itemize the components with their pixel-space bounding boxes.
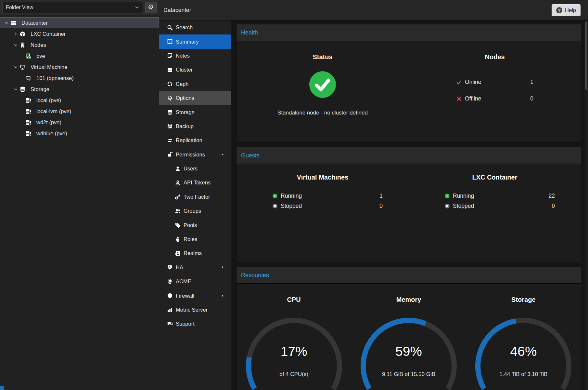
tree-item-datacenter[interactable]: Datacenter (0, 17, 159, 28)
stopped-icon (444, 203, 450, 209)
shield-icon (167, 293, 173, 299)
status-heading: Status (236, 53, 409, 61)
tree-item-nodes[interactable]: Nodes (0, 39, 159, 50)
tree-item-pve[interactable]: pve (0, 50, 159, 61)
menu-item-cluster[interactable]: Cluster (159, 63, 231, 77)
vertical-scrollbar[interactable] (584, 20, 588, 390)
menu-item-support[interactable]: Support (159, 317, 231, 331)
support-icon (167, 321, 173, 327)
tree-item-101-opnsense[interactable]: 101 (opnsense) (0, 73, 159, 84)
guest-status-row: Running1 (272, 191, 383, 201)
collapse-chevron-icon[interactable] (12, 65, 19, 69)
tree-item-label: local-lvm (pve) (36, 108, 71, 114)
menu-item-firewall[interactable]: Firewall (159, 289, 231, 303)
tag-icon (175, 222, 181, 228)
menu-item-label: Roles (184, 236, 197, 242)
health-panel-body: Status Standalone node - no cluster defi… (236, 41, 581, 142)
tree-item-label: 101 (opnsense) (36, 75, 74, 81)
nodes-heading: Nodes (409, 53, 581, 61)
help-button-label: Help (565, 7, 576, 13)
role-icon (175, 236, 181, 242)
node-status-label: Offline (465, 95, 481, 102)
tree-item-storage[interactable]: Storage (0, 84, 159, 95)
gauge-arc: 46%1.44 TiB of 3.10 TiB (475, 317, 572, 390)
help-button[interactable]: ? Help (552, 4, 581, 16)
database-icon (167, 109, 173, 115)
tree-item-wdblue-pve[interactable]: wdblue (pve) (0, 128, 159, 139)
menu-item-label: Firewall (176, 293, 194, 299)
menu-item-search[interactable]: Search (159, 20, 231, 34)
menu-item-groups[interactable]: Groups (159, 204, 231, 218)
datacenter-icon (10, 20, 19, 26)
content-header: Datacenter ? Help (159, 0, 588, 20)
check-icon (456, 79, 462, 85)
tree-item-label: wd2t (pve) (36, 119, 61, 126)
menu-item-acme[interactable]: ACME (159, 275, 231, 289)
question-icon: ? (556, 7, 562, 13)
menu-item-label: Groups (184, 208, 201, 214)
gauge-percent: 46% (475, 344, 572, 359)
menu-item-two-factor[interactable]: Two Factor (159, 190, 231, 204)
expand-chevron-icon[interactable] (12, 32, 19, 36)
resources-panel-header: Resources (236, 267, 581, 284)
menu-item-replication[interactable]: Replication (159, 133, 231, 147)
resources-panel-body: CPU17%of 4 CPU(s)Memory59%9.11 GiB of 15… (236, 284, 581, 390)
guest-status-label: Running (281, 193, 302, 199)
menu-item-summary[interactable]: Summary (159, 34, 231, 48)
tree-item-wd2t-pve[interactable]: wd2t (pve) (0, 117, 159, 128)
tree-item-label: Virtual Machine (31, 64, 67, 70)
menu-item-label: API Tokens (184, 180, 211, 186)
gauge-percent: 17% (245, 344, 343, 359)
menu-item-label: HA (176, 264, 183, 271)
menu-item-api-tokens[interactable]: API Tokens (159, 176, 231, 190)
tree-item-virtual-machine[interactable]: Virtual Machine (0, 61, 159, 73)
guest-status-value: 22 (549, 193, 555, 199)
tree-item-label: wdblue (pve) (36, 130, 67, 137)
menu-item-backup[interactable]: Backup (159, 119, 231, 133)
menu-item-metric-server[interactable]: Metric Server (159, 303, 231, 317)
scrollbar-thumb[interactable] (585, 21, 587, 90)
chevron-down-icon (134, 5, 139, 10)
menu-item-pools[interactable]: Pools (159, 218, 231, 232)
gauge-storage: Storage46%1.44 TiB of 3.10 TiB (466, 284, 581, 390)
collapse-chevron-icon[interactable] (12, 43, 19, 47)
view-mode-select[interactable]: Folder View (2, 2, 143, 13)
group-icon (175, 208, 181, 214)
running-icon (444, 193, 450, 199)
health-panel-header: Health (236, 24, 581, 41)
guest-status-list: Running22Stopped0 (444, 191, 555, 211)
menu-item-storage[interactable]: Storage (159, 105, 231, 119)
collapse-chevron-icon[interactable] (3, 21, 10, 25)
health-panel: Health Status Standalone node - no clust… (236, 24, 581, 142)
gear-icon (148, 4, 154, 11)
menu-item-notes[interactable]: Notes (159, 49, 231, 63)
gauge-title: Storage (466, 296, 581, 303)
resources-panel: Resources CPU17%of 4 CPU(s)Memory59%9.11… (236, 267, 581, 390)
tree-item-lxc-container[interactable]: LXC Container (0, 28, 159, 39)
menu-item-permissions[interactable]: Permissions (159, 148, 231, 162)
node-status-value: 1 (530, 79, 533, 86)
menu-item-label: Two Factor (184, 194, 210, 200)
tree-item-local-pve[interactable]: local (pve) (0, 95, 159, 106)
menu-item-realms[interactable]: Realms (159, 246, 231, 260)
menu-item-roles[interactable]: Roles (159, 232, 231, 246)
panel-title: Resources (241, 272, 269, 279)
collapse-chevron-icon[interactable] (12, 87, 19, 91)
key-icon (175, 194, 181, 200)
tree-settings-button[interactable] (145, 2, 157, 13)
resource-tree-panel: Folder View DatacenterLXC ContainerNodes… (0, 0, 159, 390)
guest-status-list: Running1Stopped0 (272, 191, 383, 211)
menu-item-users[interactable]: Users (159, 162, 231, 176)
menu-item-ha[interactable]: HA (159, 261, 231, 275)
tree-toolbar: Folder View (0, 0, 159, 15)
view-mode-value: Folder View (6, 5, 33, 10)
certificate-icon (167, 279, 173, 285)
menu-item-options[interactable]: Options (159, 91, 231, 105)
gauge-memory: Memory59%9.11 GiB of 15.50 GiB (351, 284, 466, 390)
menu-item-label: Cluster (176, 67, 193, 73)
guest-status-label: Stopped (281, 203, 302, 209)
main-column: Datacenter ? Help SearchSummaryNotesClus… (159, 0, 588, 390)
menu-item-ceph[interactable]: Ceph (159, 77, 231, 91)
gauge-arc: 59%9.11 GiB of 15.50 GiB (360, 317, 457, 390)
tree-item-local-lvm-pve[interactable]: local-lvm (pve) (0, 106, 159, 117)
